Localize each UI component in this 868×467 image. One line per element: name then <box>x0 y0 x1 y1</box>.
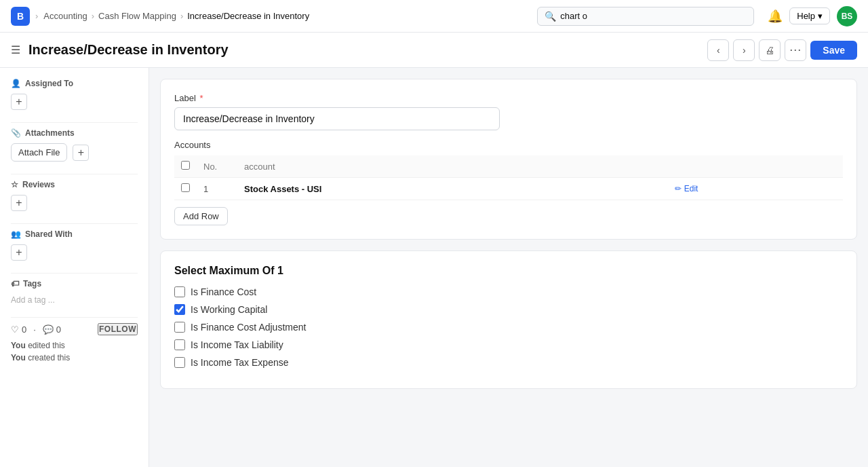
assigned-to-section: 👤 Assigned To + <box>11 79 138 110</box>
assigned-to-label: Assigned To <box>25 79 73 88</box>
heart-icon: ♡ <box>11 324 19 335</box>
checkbox-row: Is Income Tax Expense <box>174 357 843 368</box>
tag-icon: 🏷 <box>11 279 19 288</box>
row-account: Stock Assets - USI <box>237 178 668 200</box>
user-icon: 👤 <box>11 79 21 88</box>
label-field-label: Label * <box>174 93 843 103</box>
attach-file-label: Attach File <box>18 147 60 157</box>
checkboxes-container: Is Finance CostIs Working CapitalIs Fina… <box>174 286 843 368</box>
is-income-tax-expense-label: Is Income Tax Expense <box>191 357 288 368</box>
reactions-bar: ♡ 0 · 💬 0 FOLLOW <box>11 323 138 335</box>
top-nav: B › Accounting › Cash Flow Mapping › Inc… <box>0 0 868 33</box>
paperclip-icon: 📎 <box>11 128 21 138</box>
comment-icon: 💬 <box>43 324 54 335</box>
select-max-title: Select Maximum Of 1 <box>174 265 843 277</box>
checkbox-row: Is Working Capital <box>174 304 843 315</box>
checkbox-row: Is Finance Cost <box>174 286 843 297</box>
required-marker: * <box>199 93 203 103</box>
add-tag-placeholder[interactable]: Add a tag ... <box>11 295 55 305</box>
col-account: account <box>237 155 668 178</box>
sidebar-toggle-icon[interactable]: ☰ <box>11 43 20 56</box>
main-content: Label * Accounts No. account <box>149 68 868 467</box>
search-input[interactable] <box>560 11 747 21</box>
breadcrumb-accounting[interactable]: Accounting <box>43 11 87 21</box>
is-finance-cost-adjustment-label: Is Finance Cost Adjustment <box>191 322 306 333</box>
col-no: No. <box>197 155 237 178</box>
history-item: You edited this <box>11 341 138 350</box>
page-header: ☰ Increase/Decrease in Inventory ‹ › 🖨 ·… <box>0 33 868 68</box>
is-finance-cost-checkbox[interactable] <box>174 286 185 297</box>
attachments-label: Attachments <box>25 128 75 138</box>
is-income-tax-liability-label: Is Income Tax Liability <box>191 339 283 350</box>
add-assigned-button[interactable]: + <box>11 94 27 110</box>
breadcrumb-current: Increase/Decrease in Inventory <box>187 11 309 21</box>
select-maximum-card: Select Maximum Of 1 Is Finance CostIs Wo… <box>160 250 857 389</box>
app-icon[interactable]: B <box>11 7 30 26</box>
add-shared-button[interactable]: + <box>11 244 27 261</box>
label-input[interactable] <box>174 107 500 130</box>
more-button[interactable]: ··· <box>785 39 806 61</box>
is-income-tax-expense-checkbox[interactable] <box>174 357 185 368</box>
save-button[interactable]: Save <box>810 41 857 60</box>
tags-section: 🏷 Tags Add a tag ... <box>11 279 138 305</box>
reviews-label: Reviews <box>22 180 55 189</box>
shared-with-section: 👥 Shared With + <box>11 229 138 261</box>
edit-link[interactable]: ✏ Edit <box>675 184 836 193</box>
accounts-section-label: Accounts <box>174 140 843 150</box>
comments-count[interactable]: 💬 0 <box>43 324 61 335</box>
row-no: 1 <box>197 178 237 200</box>
is-working-capital-label: Is Working Capital <box>191 304 267 315</box>
prev-button[interactable]: ‹ <box>707 39 729 61</box>
row-checkbox[interactable] <box>181 183 190 192</box>
search-bar: 🔍 <box>537 7 754 26</box>
history: You edited this You created this <box>11 341 138 362</box>
is-finance-cost-adjustment-checkbox[interactable] <box>174 322 185 333</box>
breadcrumb-cash-flow[interactable]: Cash Flow Mapping <box>98 11 176 21</box>
checkbox-row: Is Income Tax Liability <box>174 339 843 350</box>
is-working-capital-checkbox[interactable] <box>174 304 185 315</box>
sidebar: 👤 Assigned To + 📎 Attachments Attach Fil… <box>0 68 149 467</box>
notification-bell-button[interactable]: 🔔 <box>768 9 783 24</box>
add-attachment-button[interactable]: + <box>73 145 89 161</box>
follow-button[interactable]: FOLLOW <box>98 323 138 335</box>
label-accounts-card: Label * Accounts No. account <box>160 79 857 240</box>
next-button[interactable]: › <box>733 39 755 61</box>
nav-right: 🔔 Help ▾ BS <box>768 6 857 26</box>
is-income-tax-liability-checkbox[interactable] <box>174 339 185 350</box>
shared-with-label: Shared With <box>25 229 73 239</box>
accounts-table: No. account 1 Stock Assets - USI <box>174 155 843 200</box>
header-actions: ‹ › 🖨 ··· Save <box>707 39 857 61</box>
breadcrumb: Accounting › Cash Flow Mapping › Increas… <box>43 11 309 21</box>
search-icon: 🔍 <box>545 11 556 22</box>
content: 👤 Assigned To + 📎 Attachments Attach Fil… <box>0 68 868 467</box>
page: ☰ Increase/Decrease in Inventory ‹ › 🖨 ·… <box>0 33 868 467</box>
likes-count[interactable]: ♡ 0 <box>11 324 26 335</box>
help-button[interactable]: Help ▾ <box>789 7 830 24</box>
select-all-checkbox[interactable] <box>181 161 190 170</box>
pencil-icon: ✏ <box>675 184 682 193</box>
add-row-button[interactable]: Add Row <box>174 207 228 225</box>
print-button[interactable]: 🖨 <box>759 39 781 61</box>
attachments-section: 📎 Attachments Attach File + <box>11 128 138 162</box>
checkbox-row: Is Finance Cost Adjustment <box>174 322 843 333</box>
star-icon: ☆ <box>11 180 18 189</box>
table-row: 1 Stock Assets - USI ✏ Edit <box>174 178 843 200</box>
add-review-button[interactable]: + <box>11 195 27 211</box>
is-finance-cost-label: Is Finance Cost <box>191 286 256 297</box>
breadcrumb-sep-1: › <box>35 11 38 21</box>
share-icon: 👥 <box>11 229 21 239</box>
chevron-down-icon: ▾ <box>818 11 823 21</box>
page-title: Increase/Decrease in Inventory <box>28 42 699 58</box>
tags-label: Tags <box>23 279 41 288</box>
attach-file-button[interactable]: Attach File <box>11 143 67 162</box>
history-item: You created this <box>11 353 138 362</box>
avatar[interactable]: BS <box>837 6 857 26</box>
reviews-section: ☆ Reviews + <box>11 180 138 211</box>
